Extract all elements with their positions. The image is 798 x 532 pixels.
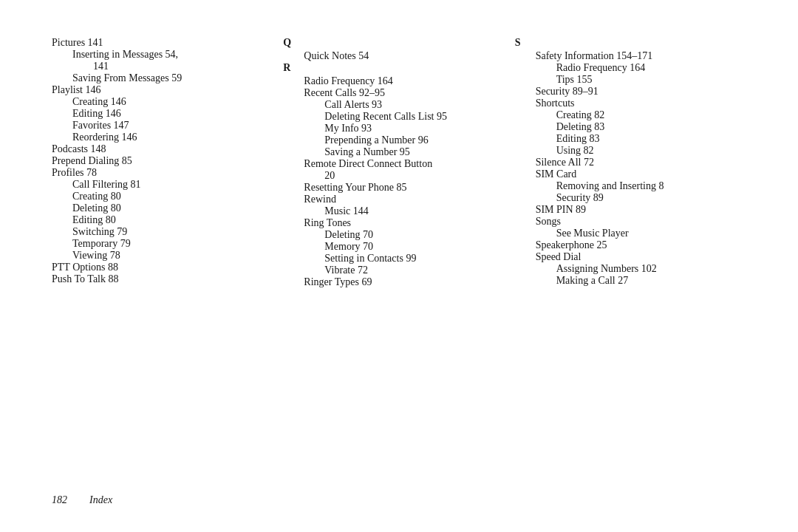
entry-2-12: Removing and Inserting 8 <box>515 180 732 192</box>
entry-1-10: Remote Direct Connect Button <box>283 158 499 170</box>
entry-0-7: Favorites 147 <box>52 120 268 132</box>
entry-0-20: Push To Talk 88 <box>52 273 268 285</box>
entry-1-18: Setting in Contacts 99 <box>283 253 499 265</box>
entry-2-10: Silence All 72 <box>515 157 732 168</box>
entry-0-6: Editing 146 <box>52 108 268 120</box>
entry-0-10: Prepend Dialing 85 <box>52 155 268 167</box>
entry-2-11: SIM Card <box>515 168 732 180</box>
column-3: SSafety Information 154–171Radio Frequen… <box>515 37 746 288</box>
column-2: QQuick Notes 54RRadio Frequency 164Recen… <box>283 37 514 288</box>
entry-0-0: Pictures 141 <box>52 37 268 49</box>
entry-2-4: Security 89–91 <box>515 86 732 98</box>
entry-1-15: Ring Tones <box>283 217 499 229</box>
entry-1-4: Recent Calls 92–95 <box>283 87 499 99</box>
entry-1-6: Deleting Recent Calls List 95 <box>283 111 499 123</box>
entry-1-1: Quick Notes 54 <box>283 50 499 62</box>
entry-2-18: Speed Dial <box>515 251 732 263</box>
content-area: Pictures 141Inserting in Messages 54,141… <box>52 37 746 288</box>
page: Pictures 141Inserting in Messages 54,141… <box>0 0 798 532</box>
entry-1-20: Ringer Types 69 <box>283 276 499 288</box>
entry-0-13: Creating 80 <box>52 191 268 202</box>
entry-1-14: Music 144 <box>283 205 499 217</box>
entry-2-0: S <box>515 37 732 49</box>
entry-0-16: Switching 79 <box>52 226 268 238</box>
entry-2-20: Making a Call 27 <box>515 275 732 287</box>
footer: 182 Index <box>52 494 112 506</box>
entry-2-2: Radio Frequency 164 <box>515 62 732 74</box>
entry-0-3: Saving From Messages 59 <box>52 72 268 84</box>
entry-2-17: Speakerphone 25 <box>515 239 732 251</box>
entry-0-5: Creating 146 <box>52 96 268 108</box>
footer-title: Index <box>89 494 112 506</box>
entry-2-5: Shortcuts <box>515 98 732 109</box>
column-1: Pictures 141Inserting in Messages 54,141… <box>52 37 283 288</box>
entry-2-1: Safety Information 154–171 <box>515 50 732 62</box>
entry-0-2: 141 <box>52 61 268 72</box>
entry-0-15: Editing 80 <box>52 214 268 226</box>
entry-1-3: Radio Frequency 164 <box>283 75 499 87</box>
entry-1-13: Rewind <box>283 194 499 205</box>
entry-0-19: PTT Options 88 <box>52 262 268 273</box>
entry-2-14: SIM PIN 89 <box>515 204 732 216</box>
entry-2-19: Assigning Numbers 102 <box>515 263 732 275</box>
entry-2-13: Security 89 <box>515 192 732 204</box>
entry-1-11: 20 <box>283 170 499 182</box>
entry-1-19: Vibrate 72 <box>283 265 499 276</box>
entry-0-1: Inserting in Messages 54, <box>52 49 268 61</box>
entry-1-5: Call Alerts 93 <box>283 99 499 111</box>
entry-1-0: Q <box>283 37 499 49</box>
entry-0-9: Podcasts 148 <box>52 143 268 155</box>
entry-0-8: Reordering 146 <box>52 132 268 143</box>
entry-1-7: My Info 93 <box>283 123 499 134</box>
entry-1-12: Resetting Your Phone 85 <box>283 182 499 194</box>
entry-0-17: Temporary 79 <box>52 238 268 250</box>
entry-2-15: Songs <box>515 216 732 228</box>
entry-2-6: Creating 82 <box>515 109 732 121</box>
entry-0-11: Profiles 78 <box>52 167 268 179</box>
entry-2-9: Using 82 <box>515 145 732 157</box>
entry-1-2: R <box>283 62 499 74</box>
entry-2-3: Tips 155 <box>515 74 732 86</box>
entry-2-16: See Music Player <box>515 228 732 239</box>
entry-1-8: Prepending a Number 96 <box>283 134 499 146</box>
entry-2-7: Deleting 83 <box>515 121 732 133</box>
entry-1-16: Deleting 70 <box>283 229 499 241</box>
entry-0-18: Viewing 78 <box>52 250 268 262</box>
entry-0-4: Playlist 146 <box>52 84 268 96</box>
entry-0-14: Deleting 80 <box>52 202 268 214</box>
entry-0-12: Call Filtering 81 <box>52 179 268 191</box>
entry-1-9: Saving a Number 95 <box>283 146 499 158</box>
footer-page: 182 <box>52 494 67 506</box>
entry-2-8: Editing 83 <box>515 133 732 145</box>
entry-1-17: Memory 70 <box>283 241 499 253</box>
